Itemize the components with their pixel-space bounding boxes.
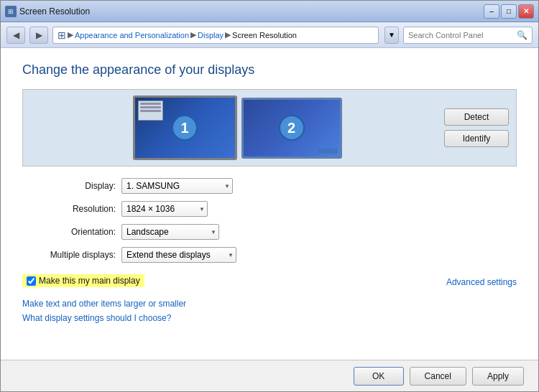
multiple-select-wrapper: Extend these displays Duplicate these di… (121, 247, 236, 263)
back-button[interactable]: ◀ (6, 27, 25, 44)
title-bar-left: ⊞ Screen Resolution (5, 6, 90, 17)
multiple-displays-label: Multiple displays: (22, 250, 116, 260)
display-select[interactable]: 1. SAMSUNG 2. Generic PnP Monitor (121, 178, 233, 194)
title-bar: ⊞ Screen Resolution – □ ✕ (1, 1, 538, 22)
page-title: Change the appearance of your displays (22, 62, 517, 78)
display-number-1: 1 (172, 115, 198, 141)
orientation-row: Orientation: Landscape Portrait Landscap… (22, 224, 517, 240)
display-2[interactable]: 2 (241, 98, 342, 159)
display-label: Display: (22, 181, 116, 191)
orientation-select[interactable]: Landscape Portrait Landscape (flipped) P… (121, 224, 219, 240)
breadcrumb: ⊞ ▶ Appearance and Personalization ▶ Dis… (52, 27, 379, 44)
screen-line-3 (140, 110, 161, 112)
breadcrumb-dropdown[interactable]: ▼ (384, 27, 399, 44)
forward-button[interactable]: ▶ (29, 27, 48, 44)
ok-button[interactable]: OK (354, 367, 404, 386)
form-section: Display: 1. SAMSUNG 2. Generic PnP Monit… (22, 178, 517, 263)
window-icon: ⊞ (5, 6, 17, 17)
mini-icon-5 (327, 149, 328, 154)
minimize-button[interactable]: – (484, 4, 499, 19)
address-bar: ◀ ▶ ⊞ ▶ Appearance and Personalization ▶… (1, 22, 538, 48)
links-area: Make text and other items larger or smal… (22, 299, 517, 323)
mini-icon-3 (323, 149, 324, 154)
mini-icon-6 (329, 149, 331, 154)
window-controls: – □ ✕ (484, 4, 534, 19)
display-1-thumbnail (138, 101, 163, 121)
text-size-link[interactable]: Make text and other items larger or smal… (22, 299, 517, 309)
breadcrumb-sep-3: ▶ (225, 30, 231, 39)
mini-icon-7 (331, 149, 333, 154)
multiple-displays-select[interactable]: Extend these displays Duplicate these di… (121, 247, 236, 263)
mini-icon-1 (318, 149, 320, 154)
mini-icon-9 (336, 149, 337, 154)
checkbox-advanced-row: Make this my main display Advanced setti… (22, 271, 517, 293)
content-area: Change the appearance of your displays 1… (1, 48, 538, 360)
breadcrumb-current: Screen Resolution (232, 31, 297, 39)
display-1[interactable]: 1 (133, 95, 237, 160)
mini-icon-8 (333, 149, 335, 154)
resolution-label: Resolution: (22, 204, 116, 214)
main-window: ⊞ Screen Resolution – □ ✕ ◀ ▶ ⊞ ▶ Appear… (0, 0, 539, 392)
display-select-wrapper: 1. SAMSUNG 2. Generic PnP Monitor (121, 178, 233, 194)
display-2-icons (318, 149, 337, 154)
mini-icon-4 (325, 149, 326, 154)
resolution-row: Resolution: 1824 × 1036 1920 × 1080 1280… (22, 201, 517, 217)
mini-icon-2 (321, 149, 322, 154)
cancel-button[interactable]: Cancel (410, 367, 466, 386)
main-display-checkbox-label: Make this my main display (22, 274, 144, 287)
main-display-label: Make this my main display (39, 276, 140, 286)
footer: OK Cancel Apply (1, 360, 538, 391)
breadcrumb-appearance[interactable]: Appearance and Personalization (75, 31, 189, 39)
checkbox-row: Make this my main display (22, 274, 144, 287)
breadcrumb-display[interactable]: Display (198, 31, 224, 39)
breadcrumb-sep-1: ▶ (68, 30, 73, 39)
maximize-button[interactable]: □ (501, 4, 517, 19)
resolution-select[interactable]: 1824 × 1036 1920 × 1080 1280 × 720 (121, 201, 208, 217)
screen-line-2 (140, 106, 161, 108)
window-title: Screen Resolution (19, 6, 90, 17)
apply-button[interactable]: Apply (472, 367, 524, 386)
search-input[interactable] (408, 31, 514, 39)
resolution-select-wrapper: 1824 × 1036 1920 × 1080 1280 × 720 (121, 201, 208, 217)
displays-area: 1 2 (30, 97, 444, 159)
display-row: Display: 1. SAMSUNG 2. Generic PnP Monit… (22, 178, 517, 194)
search-icon[interactable]: 🔍 (517, 30, 528, 40)
main-display-checkbox[interactable] (27, 276, 36, 286)
screen-line-1 (140, 103, 161, 105)
multiple-displays-row: Multiple displays: Extend these displays… (22, 247, 517, 263)
display-preview-container: 1 2 (22, 89, 517, 167)
identify-button[interactable]: Identify (444, 130, 509, 147)
breadcrumb-icon: ⊞ (57, 29, 66, 41)
search-box[interactable]: 🔍 (403, 27, 533, 44)
display-settings-link[interactable]: What display settings should I choose? (22, 313, 517, 323)
detect-button[interactable]: Detect (444, 108, 509, 126)
close-button[interactable]: ✕ (518, 4, 534, 19)
advanced-settings-link[interactable]: Advanced settings (446, 277, 517, 287)
display-number-2: 2 (279, 115, 305, 141)
detect-identify-buttons: Detect Identify (444, 108, 509, 147)
orientation-label: Orientation: (22, 227, 116, 237)
orientation-select-wrapper: Landscape Portrait Landscape (flipped) P… (121, 224, 219, 240)
breadcrumb-sep-2: ▶ (190, 30, 196, 39)
